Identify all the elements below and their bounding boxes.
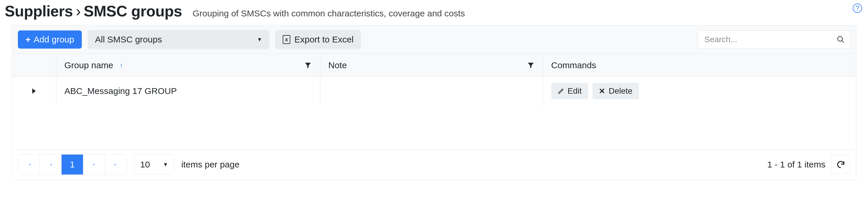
svg-point-0 [838,37,842,41]
edit-button[interactable]: Edit [551,83,588,99]
breadcrumb-parent[interactable]: Suppliers [5,2,73,20]
data-grid: Group name ↑ Note [12,54,856,149]
pager-last-button[interactable] [105,155,127,174]
expand-row-icon[interactable] [32,89,36,94]
column-group-name[interactable]: Group name ↑ [56,54,320,77]
last-page-icon [113,162,119,167]
column-commands-label: Commands [551,60,596,70]
sort-asc-icon[interactable]: ↑ [120,61,123,69]
column-note[interactable]: Note [320,54,543,77]
add-group-button[interactable]: + Add group [18,30,82,48]
prev-page-icon [48,162,54,167]
excel-icon: x [283,35,290,44]
pencil-icon [558,88,564,94]
breadcrumb: Suppliers › SMSC groups [5,2,182,20]
help-icon[interactable]: ? [853,3,862,13]
add-group-label: Add group [34,35,74,44]
pager-first-button[interactable] [18,155,40,174]
pager-summary: 1 - 1 of 1 items [767,160,826,169]
page-subtitle: Grouping of SMSCs with common characteri… [193,8,465,19]
export-label: Export to Excel [294,35,354,44]
close-icon: ✕ [599,87,605,95]
refresh-icon [836,160,845,169]
pager: 1 10 ▼ items per page 1 - 1 of 1 items [12,149,856,179]
column-group-name-label: Group name [64,60,114,70]
caret-down-icon: ▼ [163,162,168,168]
refresh-button[interactable] [831,155,850,174]
cell-note [320,77,543,105]
filter-icon[interactable] [527,62,535,69]
pager-page-1[interactable]: 1 [62,155,83,174]
next-page-icon [91,162,97,167]
edit-label: Edit [568,87,582,96]
page-size-dropdown[interactable]: 10 ▼ [134,155,174,174]
pager-nav: 1 [18,154,127,175]
group-filter-dropdown[interactable]: All SMSC groups ▼ [88,30,270,49]
filter-icon[interactable] [304,62,312,69]
search-icon[interactable] [837,35,845,44]
row-actions: Edit ✕ Delete [551,83,848,99]
toolbar: + Add group All SMSC groups ▼ x Export t… [12,26,856,54]
table-row: ABC_Messaging 17 GROUP Edit ✕ [12,77,856,105]
search-wrap [698,30,850,48]
group-filter-selected: All SMSC groups [95,35,162,44]
search-input[interactable] [698,30,850,48]
column-expander [12,54,56,77]
column-commands: Commands [543,54,856,77]
column-note-label: Note [329,60,347,70]
page-size-value: 10 [140,160,150,169]
delete-button[interactable]: ✕ Delete [592,83,639,99]
caret-down-icon: ▼ [257,37,262,43]
page-header: Suppliers › SMSC groups Grouping of SMSC… [5,0,863,25]
svg-line-1 [842,41,844,42]
main-panel: + Add group All SMSC groups ▼ x Export t… [12,25,856,180]
pager-prev-button[interactable] [40,155,62,174]
grid-whitespace [12,105,856,149]
chevron-right-icon: › [76,2,81,20]
delete-label: Delete [609,87,632,96]
plus-icon: + [26,35,31,44]
cell-group-name: ABC_Messaging 17 GROUP [56,77,320,105]
pager-next-button[interactable] [83,155,105,174]
first-page-icon [26,162,32,167]
export-to-excel-button[interactable]: x Export to Excel [275,30,361,49]
items-per-page-label: items per page [181,160,239,169]
breadcrumb-current: SMSC groups [84,2,182,20]
